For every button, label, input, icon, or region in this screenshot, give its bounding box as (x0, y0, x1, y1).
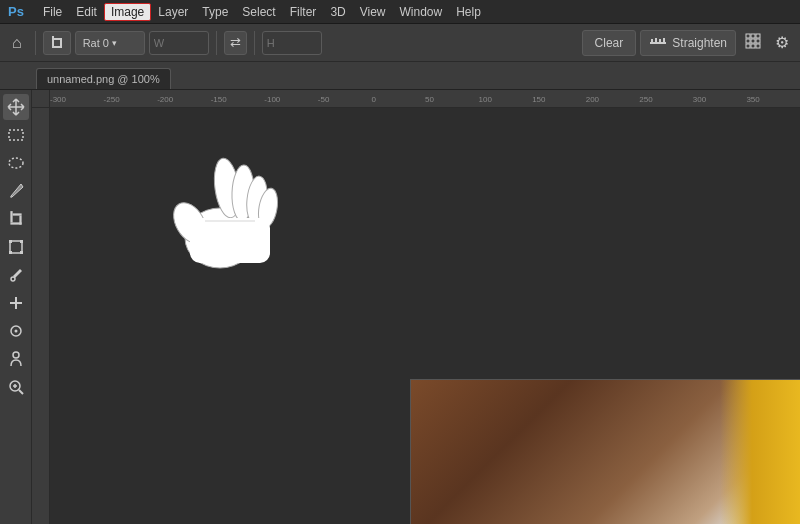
svg-rect-23 (12, 213, 21, 215)
separator-3 (254, 31, 255, 55)
svg-rect-8 (663, 38, 665, 42)
ruler-label-top: -200 (157, 95, 173, 104)
svg-rect-11 (756, 34, 760, 38)
document-tab[interactable]: unnamed.png @ 100% (36, 68, 171, 89)
drawing-area[interactable] (50, 108, 800, 524)
eyedropper-tool[interactable] (3, 262, 29, 288)
svg-rect-18 (9, 130, 23, 140)
svg-rect-27 (9, 251, 12, 254)
svg-rect-3 (54, 38, 62, 40)
svg-rect-10 (751, 34, 755, 38)
menu-select[interactable]: Select (235, 3, 282, 21)
svg-rect-2 (60, 40, 62, 48)
ruler-label-top: -250 (104, 95, 120, 104)
svg-rect-7 (659, 39, 661, 42)
height-input[interactable] (262, 31, 322, 55)
swap-button[interactable]: ⇄ (224, 31, 247, 55)
straighten-button[interactable]: Straighten (640, 30, 736, 56)
svg-rect-15 (746, 44, 750, 48)
clear-button[interactable]: Clear (582, 30, 637, 56)
svg-rect-17 (756, 44, 760, 48)
ruler-label-top: 200 (586, 95, 599, 104)
ratio-label: Rat 0 (83, 37, 109, 49)
svg-point-29 (11, 277, 15, 281)
svg-rect-4 (650, 42, 666, 44)
ruler-label-top: 350 (746, 95, 759, 104)
svg-rect-28 (20, 251, 23, 254)
transform-tool[interactable] (3, 234, 29, 260)
ruler-label-top: 0 (371, 95, 375, 104)
grid-button[interactable] (740, 31, 766, 55)
crop-icon (49, 35, 65, 51)
zoom-tool[interactable] (3, 374, 29, 400)
svg-rect-16 (751, 44, 755, 48)
tabbar: unnamed.png @ 100% (0, 62, 800, 90)
separator-2 (216, 31, 217, 55)
svg-rect-25 (9, 240, 12, 243)
menu-file[interactable]: File (36, 3, 69, 21)
svg-rect-26 (20, 240, 23, 243)
move-tool[interactable] (3, 94, 29, 120)
crop-tool[interactable] (3, 206, 29, 232)
ratio-dropdown[interactable]: Rat 0 ▾ (75, 31, 145, 55)
menu-layer[interactable]: Layer (151, 3, 195, 21)
menu-view[interactable]: View (353, 3, 393, 21)
ruler-label-top: -50 (318, 95, 330, 104)
svg-rect-13 (751, 39, 755, 43)
svg-point-32 (13, 352, 19, 358)
separator-1 (35, 31, 36, 55)
svg-rect-6 (655, 38, 657, 42)
ruler-corner (32, 90, 50, 108)
canvas-content (32, 108, 800, 524)
ruler-top: -300-250-200-150-100-5005010015020025030… (32, 90, 800, 108)
menu-edit[interactable]: Edit (69, 3, 104, 21)
toolbar: ⌂ Rat 0 ▾ ⇄ Clear Straighten (0, 24, 800, 62)
svg-rect-0 (52, 36, 54, 46)
tools-panel (0, 90, 32, 524)
menu-filter[interactable]: Filter (283, 3, 324, 21)
svg-rect-12 (746, 39, 750, 43)
healing-tool[interactable] (3, 290, 29, 316)
menu-3d[interactable]: 3D (323, 3, 352, 21)
crop-tool-button[interactable] (43, 31, 71, 55)
menu-type[interactable]: Type (195, 3, 235, 21)
svg-rect-20 (10, 211, 12, 222)
ruler-label-top: 150 (532, 95, 545, 104)
svg-rect-9 (746, 34, 750, 38)
main-area: -300-250-200-150-100-5005010015020025030… (0, 90, 800, 524)
clone-tool[interactable] (3, 318, 29, 344)
ruler-label-top: -150 (211, 95, 227, 104)
home-button[interactable]: ⌂ (6, 32, 28, 54)
svg-point-31 (14, 330, 17, 333)
grid-icon (745, 33, 761, 49)
ruler-left (32, 108, 50, 524)
ruler-ticks-top: -300-250-200-150-100-5005010015020025030… (50, 90, 800, 107)
svg-rect-14 (756, 39, 760, 43)
chevron-down-icon: ▾ (112, 38, 117, 48)
ruler-label-top: 300 (693, 95, 706, 104)
menu-image[interactable]: Image (104, 3, 151, 21)
width-input[interactable] (149, 31, 209, 55)
svg-line-34 (19, 390, 23, 394)
svg-point-19 (9, 158, 23, 168)
menu-help[interactable]: Help (449, 3, 488, 21)
straighten-label: Straighten (672, 36, 727, 50)
brush-tool[interactable] (3, 178, 29, 204)
settings-button[interactable]: ⚙ (770, 31, 794, 54)
svg-rect-22 (19, 216, 21, 225)
marquee-tool[interactable] (3, 122, 29, 148)
straighten-tool-icon (649, 36, 667, 50)
ruler-label-top: 50 (425, 95, 434, 104)
person-tool[interactable] (3, 346, 29, 372)
menubar: Ps File Edit Image Layer Type Select Fil… (0, 0, 800, 24)
lasso-tool[interactable] (3, 150, 29, 176)
menu-window[interactable]: Window (393, 3, 450, 21)
ruler-label-top: 250 (639, 95, 652, 104)
canvas-area: -300-250-200-150-100-5005010015020025030… (32, 90, 800, 524)
ruler-label-top: -100 (264, 95, 280, 104)
svg-rect-5 (651, 39, 653, 42)
ruler-label-top: -300 (50, 95, 66, 104)
ps-logo: Ps (4, 4, 28, 19)
image-preview (410, 379, 800, 524)
ruler-label-top: 100 (479, 95, 492, 104)
